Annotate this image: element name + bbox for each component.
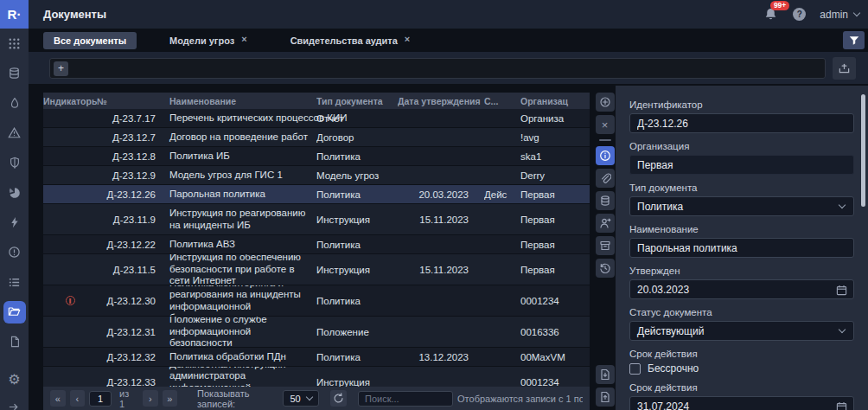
table-row[interactable]: Д-23.12.7Договор на проведение работДого… <box>43 128 590 147</box>
open-in-window-button[interactable] <box>596 93 615 112</box>
cell-organization: 00MaxVM <box>515 348 590 366</box>
page-size-select[interactable]: 50 <box>283 390 318 407</box>
column-header[interactable]: С... <box>484 96 515 106</box>
sidebar-item-events[interactable] <box>0 208 29 238</box>
sidebar-item-reports[interactable] <box>0 178 29 208</box>
cell-number: Д-23.7.17 <box>97 109 161 127</box>
pagination-bar: « ‹ из 1 › » Показывать записей: 50 Отоб… <box>43 387 590 410</box>
panel-scrollbar[interactable] <box>861 94 865 207</box>
table-row[interactable]: Д-23.11.9Инструкция по реагированию на и… <box>43 204 590 235</box>
status-select[interactable]: Действующий <box>629 321 854 341</box>
sidebar-item-risks[interactable] <box>0 88 29 119</box>
name-field[interactable] <box>629 238 854 258</box>
sidebar-item-tasks[interactable] <box>0 267 29 298</box>
cell-doc-type: Модель угроз <box>316 166 398 184</box>
tab-threat-models[interactable]: Модели угроз × <box>159 32 258 49</box>
first-page-button[interactable]: « <box>50 390 66 407</box>
perpetual-checkbox-row[interactable]: Бессрочно <box>629 362 854 375</box>
cell-approval-date: 20.03.2023 <box>398 185 484 203</box>
notifications-button[interactable]: 99+ <box>763 7 779 22</box>
responsible-tab-button[interactable] <box>596 214 615 233</box>
prev-page-button[interactable]: ‹ <box>70 390 86 407</box>
identifier-input[interactable] <box>630 114 853 132</box>
strip-divider <box>599 139 611 141</box>
validity-date-field[interactable] <box>629 396 854 410</box>
column-header[interactable]: Индикаторы <box>43 96 97 106</box>
table-row[interactable]: Д-23.12.33Должностная инструкция админис… <box>43 367 590 387</box>
tab-close-icon[interactable]: × <box>241 34 246 44</box>
tab-close-icon[interactable]: × <box>405 34 410 44</box>
sidebar-item-apps[interactable] <box>0 29 29 59</box>
cell-number: Д-23.12.8 <box>97 147 161 165</box>
table-row[interactable]: Д-23.12.26Парольная политикаПолитика20.0… <box>43 185 590 204</box>
info-icon <box>599 150 611 162</box>
cell-name: Перечень критических процессов КИИ <box>161 109 316 127</box>
filter-button[interactable] <box>843 31 865 49</box>
column-header[interactable]: Дата утверждения <box>398 96 484 106</box>
import-button[interactable] <box>833 57 856 80</box>
download-document-button[interactable] <box>596 365 615 384</box>
table-row[interactable]: Д-23.12.22Политика АВЗПолитикаПервая <box>43 235 590 254</box>
doc-type-select[interactable]: Политика <box>629 196 854 216</box>
add-filter-button[interactable]: + <box>54 61 68 76</box>
name-input[interactable] <box>630 239 853 257</box>
cell-status <box>484 317 515 347</box>
cell-doc-type: Инструкция <box>316 204 398 234</box>
table-header[interactable]: Индикаторы№НаименованиеТип документаДата… <box>43 93 590 109</box>
detail-panel-toolbar: × <box>593 93 616 410</box>
cell-organization: !avg <box>515 128 590 146</box>
help-button[interactable]: ? <box>793 8 806 21</box>
archive-tab-button[interactable] <box>596 236 615 255</box>
table-search-input[interactable] <box>358 391 453 407</box>
column-header[interactable]: Тип документа <box>316 96 398 106</box>
approved-date-field[interactable] <box>629 279 854 299</box>
table-row[interactable]: Д-23.12.30Политика мониторинга и реагиро… <box>43 285 590 317</box>
table-row[interactable]: Д-23.12.31Положение о службе информацион… <box>43 317 590 348</box>
sidebar-item-assets[interactable] <box>0 59 29 89</box>
tab-all-documents[interactable]: Все документы <box>43 32 137 49</box>
table-row[interactable]: Д-23.11.5Инструкция по обеспечению безоп… <box>43 254 590 285</box>
refresh-button[interactable] <box>330 390 347 407</box>
perpetual-checkbox[interactable] <box>629 363 641 375</box>
sidebar-item-records[interactable] <box>0 327 29 357</box>
app-window: R· Документы 99+ ? admin <box>0 0 868 410</box>
tab-audit-evidence[interactable]: Свидетельства аудита × <box>280 32 421 49</box>
page-number-input[interactable] <box>89 391 112 407</box>
column-header[interactable]: Наименование <box>161 96 316 106</box>
info-tab-button[interactable] <box>596 146 615 165</box>
table-row[interactable]: Д-23.12.8Политика ИБПолитикаska1 <box>43 147 590 166</box>
target-plus-icon <box>599 96 611 108</box>
table-row[interactable]: Д-23.12.9Модель угроз для ГИС 1Модель уг… <box>43 166 590 185</box>
user-menu[interactable]: admin <box>820 9 859 21</box>
cell-status <box>484 235 515 253</box>
upload-document-button[interactable] <box>596 388 615 407</box>
sidebar-item-logout[interactable] <box>0 394 29 410</box>
validity-date-input[interactable] <box>630 397 853 410</box>
column-header[interactable]: Организац <box>515 96 590 106</box>
last-page-button[interactable]: » <box>163 390 178 407</box>
attachments-tab-button[interactable] <box>596 169 615 188</box>
next-page-button[interactable]: › <box>143 390 158 407</box>
sidebar-item-incidents[interactable] <box>0 119 29 149</box>
calendar-icon[interactable] <box>836 284 847 299</box>
sidebar-item-protection[interactable] <box>0 148 29 178</box>
cell-status <box>484 254 515 285</box>
table-row[interactable]: Д-23.7.17Перечень критических процессов … <box>43 109 590 128</box>
content-area: Индикаторы№НаименованиеТип документаДата… <box>29 84 868 410</box>
chevron-down-icon <box>839 201 846 208</box>
cell-number: Д-23.12.32 <box>97 348 161 366</box>
cell-number: Д-23.12.22 <box>97 235 161 253</box>
app-logo[interactable]: R· <box>0 0 29 29</box>
column-header[interactable]: № <box>97 96 161 106</box>
identifier-field[interactable] <box>629 113 854 133</box>
approved-date-input[interactable] <box>630 280 853 298</box>
close-panel-button[interactable]: × <box>596 115 615 134</box>
sidebar-item-documents[interactable] <box>0 298 29 328</box>
table-row[interactable]: Д-23.12.32Политика обработки ПДнПолитика… <box>43 348 590 367</box>
history-tab-button[interactable] <box>596 259 615 278</box>
calendar-icon[interactable] <box>836 400 847 410</box>
related-data-tab-button[interactable] <box>596 191 615 210</box>
sidebar-item-alerts[interactable] <box>0 238 29 268</box>
filter-conditions-bar[interactable]: + <box>49 58 826 79</box>
sidebar-item-settings[interactable]: ⚙ <box>0 365 29 395</box>
